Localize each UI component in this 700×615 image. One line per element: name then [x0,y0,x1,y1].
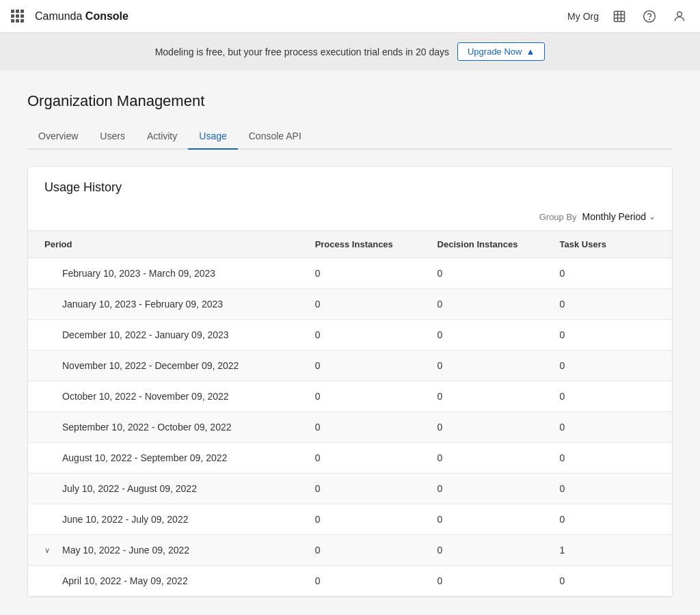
period-text: May 10, 2022 - June 09, 2022 [62,545,189,556]
period-cell: June 10, 2022 - July 09, 2022 [28,504,299,535]
table-row: ∨May 10, 2022 - June 09, 2022001 [28,535,672,566]
decision-instances-value: 0 [421,504,543,535]
expand-icon[interactable]: ∨ [44,546,55,555]
process-instances-value: 0 [299,412,421,443]
column-header-period: Period [28,231,299,258]
task-users-value: 0 [543,566,672,597]
main-tabs: Overview Users Activity Usage Console AP… [27,124,673,150]
period-text: August 10, 2022 - September 09, 2022 [62,452,227,463]
process-instances-value: 0 [299,258,421,289]
tab-console-api[interactable]: Console API [238,124,312,150]
svg-rect-0 [615,11,625,21]
decision-instances-value: 0 [421,381,543,412]
table-row: February 10, 2023 - March 09, 2023000 [28,258,672,289]
period-cell: November 10, 2022 - December 09, 2022 [28,351,299,381]
period-cell: April 10, 2022 - May 09, 2022 [28,566,299,597]
period-text: September 10, 2022 - October 09, 2022 [62,422,232,433]
period-text: November 10, 2022 - December 09, 2022 [62,360,239,371]
decision-instances-value: 0 [421,566,543,597]
nav-right: My Org [567,7,689,26]
task-users-value: 0 [543,289,672,320]
period-cell: August 10, 2022 - September 09, 2022 [28,443,299,474]
period-text: December 10, 2022 - January 09, 2023 [62,329,229,340]
usage-table: Period Process Instances Decision Instan… [28,230,672,597]
period-cell: January 10, 2023 - February 09, 2023 [28,289,299,320]
table-row: September 10, 2022 - October 09, 2022000 [28,412,672,443]
table-row: January 10, 2023 - February 09, 2023000 [28,289,672,320]
tab-users[interactable]: Users [89,124,136,150]
decision-instances-value: 0 [421,289,543,320]
period-text: October 10, 2022 - November 09, 2022 [62,391,229,402]
table-row: April 10, 2022 - May 09, 2022000 [28,566,672,597]
period-cell: September 10, 2022 - October 09, 2022 [28,412,299,443]
period-cell: July 10, 2022 - August 09, 2022 [28,474,299,504]
decision-instances-value: 0 [421,258,543,289]
table-row: June 10, 2022 - July 09, 2022000 [28,504,672,535]
usage-history-card: Usage History Group By Monthly Period ⌄ … [27,166,673,597]
process-instances-value: 0 [299,474,421,504]
upgrade-icon: ▲ [526,46,535,57]
column-header-task-users: Task Users [543,231,672,258]
process-instances-value: 0 [299,443,421,474]
building-icon [612,10,626,23]
building-icon-button[interactable] [610,7,629,26]
period-cell: ∨May 10, 2022 - June 09, 2022 [28,535,299,566]
decision-instances-value: 0 [421,443,543,474]
tab-activity[interactable]: Activity [136,124,188,150]
decision-instances-value: 0 [421,535,543,566]
process-instances-value: 0 [299,504,421,535]
user-icon-button[interactable] [670,7,689,26]
table-row: August 10, 2022 - September 09, 2022000 [28,443,672,474]
svg-point-1 [644,10,656,22]
tab-overview[interactable]: Overview [27,124,89,150]
table-row: July 10, 2022 - August 09, 2022000 [28,474,672,504]
task-users-value: 1 [543,535,672,566]
svg-point-3 [677,12,682,16]
trial-banner: Modeling is free, but your free process … [0,33,700,70]
period-text: February 10, 2023 - March 09, 2023 [62,268,215,279]
apps-icon[interactable] [11,10,24,23]
task-users-value: 0 [543,443,672,474]
task-users-value: 0 [543,412,672,443]
nav-left: Camunda Console [11,10,129,23]
banner-message: Modeling is free, but your free process … [155,46,449,57]
help-icon-button[interactable] [640,7,659,26]
user-icon [673,10,686,23]
process-instances-value: 0 [299,535,421,566]
process-instances-value: 0 [299,566,421,597]
process-instances-value: 0 [299,351,421,381]
decision-instances-value: 0 [421,412,543,443]
group-by-value: Monthly Period [582,211,646,222]
task-users-value: 0 [543,381,672,412]
task-users-value: 0 [543,258,672,289]
period-text: July 10, 2022 - August 09, 2022 [62,483,197,494]
decision-instances-value: 0 [421,474,543,504]
svg-point-2 [649,18,650,19]
table-body: February 10, 2023 - March 09, 2023000Jan… [28,258,672,597]
page-title: Organization Management [27,92,673,110]
table-header: Period Process Instances Decision Instan… [28,231,672,258]
period-cell: October 10, 2022 - November 09, 2022 [28,381,299,412]
period-cell: February 10, 2023 - March 09, 2023 [28,258,299,289]
process-instances-value: 0 [299,320,421,351]
task-users-value: 0 [543,320,672,351]
process-instances-value: 0 [299,381,421,412]
table-row: November 10, 2022 - December 09, 2022000 [28,351,672,381]
task-users-value: 0 [543,474,672,504]
process-instances-value: 0 [299,289,421,320]
top-navigation: Camunda Console My Org [0,0,700,33]
column-header-decision-instances: Decision Instances [421,231,543,258]
decision-instances-value: 0 [421,320,543,351]
task-users-value: 0 [543,504,672,535]
period-text: April 10, 2022 - May 09, 2022 [62,575,188,586]
table-row: October 10, 2022 - November 09, 2022000 [28,381,672,412]
group-by-select[interactable]: Monthly Period ⌄ [582,211,656,222]
group-by-row: Group By Monthly Period ⌄ [28,206,672,230]
page-content: Organization Management Overview Users A… [0,70,700,597]
org-name-label: My Org [567,11,599,22]
upgrade-now-button[interactable]: Upgrade Now ▲ [457,42,545,61]
period-text: June 10, 2022 - July 09, 2022 [62,514,188,525]
tab-usage[interactable]: Usage [188,124,237,150]
decision-instances-value: 0 [421,351,543,381]
card-header: Usage History [28,167,672,206]
